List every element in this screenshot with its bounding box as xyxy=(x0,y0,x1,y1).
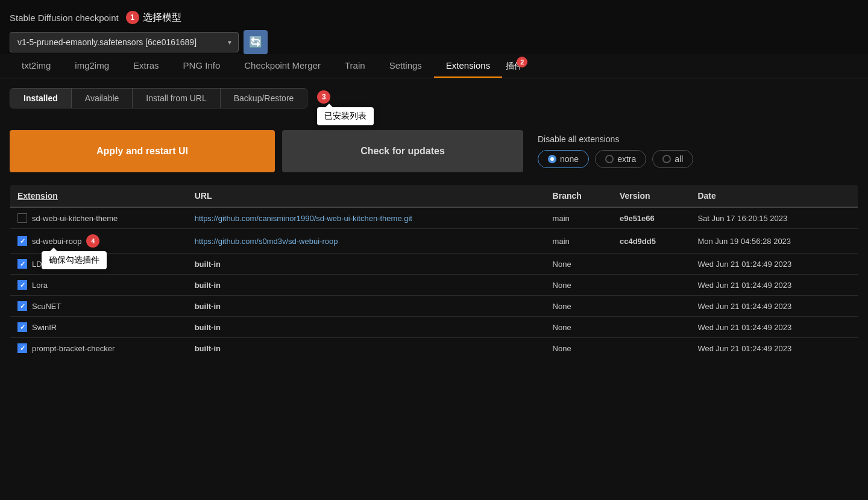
ext-date-cell: Wed Jun 21 01:24:49 2023 xyxy=(690,254,858,275)
ext-url-text: built-in xyxy=(195,260,221,269)
row-annotation-popup: 确保勾选插件 xyxy=(42,251,107,269)
ext-url-cell: https://github.com/canisminor1990/sd-web… xyxy=(187,207,546,229)
ext-name-cell: SwinIR xyxy=(10,317,187,338)
ext-name-cell: prompt-bracket-checker xyxy=(10,338,187,359)
badge-2-circle: 2 xyxy=(517,57,527,67)
ext-name: Lora xyxy=(32,281,48,290)
tab-settings[interactable]: Settings xyxy=(377,54,434,78)
actions-row: Apply and restart UI Check for updates D… xyxy=(10,130,858,172)
model-select[interactable]: v1-5-pruned-emaonly.safetensors [6ce0161… xyxy=(10,32,239,52)
ext-name: ScuNET xyxy=(32,302,61,311)
badge-3-popup: 已安装列表 xyxy=(317,107,374,125)
main-tabs-bar: txt2img img2img Extras PNG Info Checkpoi… xyxy=(0,54,868,78)
ext-date-cell: Wed Jun 21 01:24:49 2023 xyxy=(690,338,858,359)
ext-name: SwinIR xyxy=(32,323,57,332)
ext-url-cell: https://github.com/s0md3v/sd-webui-roop xyxy=(187,229,546,254)
table-row: LDSRbuilt-inNoneWed Jun 21 01:24:49 2023 xyxy=(10,254,858,275)
tab-extensions[interactable]: Extensions xyxy=(434,54,502,78)
ext-url-cell: built-in xyxy=(187,275,546,296)
badge-3-circle: 3 xyxy=(317,90,330,104)
radio-none-label: none xyxy=(560,154,579,164)
sub-tab-installed[interactable]: Installed xyxy=(10,89,72,108)
ext-version-cell xyxy=(612,254,690,275)
radio-extra-dot xyxy=(605,155,614,163)
refresh-model-button[interactable]: 🔄 xyxy=(244,30,268,54)
ext-name: sd-webui-roop xyxy=(32,237,81,246)
sub-tabs: Installed Available Install from URL Bac… xyxy=(10,88,307,108)
tab-checkpoint-merger[interactable]: Checkpoint Merger xyxy=(232,54,333,78)
apply-restart-button[interactable]: Apply and restart UI xyxy=(10,130,275,172)
ext-url-link[interactable]: https://github.com/canisminor1990/sd-web… xyxy=(195,214,412,223)
ext-version-cell xyxy=(612,296,690,317)
ext-branch-cell: None xyxy=(546,338,612,359)
ext-version-cell: e9e51e66 xyxy=(612,207,690,229)
col-url: URL xyxy=(187,185,546,208)
ext-checkbox[interactable] xyxy=(17,301,27,311)
ext-url-text: built-in xyxy=(195,302,221,311)
disable-all-label: Disable all extensions xyxy=(538,134,693,144)
ext-name-cell: Lora xyxy=(10,275,187,296)
ext-date-cell: Wed Jun 21 01:24:49 2023 xyxy=(690,296,858,317)
ext-version-cell xyxy=(612,338,690,359)
ext-url-text: built-in xyxy=(195,344,221,353)
col-extension: Extension xyxy=(10,185,187,208)
ext-branch-cell: main xyxy=(546,207,612,229)
table-row: ScuNETbuilt-inNoneWed Jun 21 01:24:49 20… xyxy=(10,296,858,317)
tab-extras[interactable]: Extras xyxy=(121,54,171,78)
model-checkpoint-label: Stable Diffusion checkpoint xyxy=(10,13,119,23)
badge-1: 1 xyxy=(126,11,139,24)
table-row: sd-web-ui-kitchen-themehttps://github.co… xyxy=(10,207,858,229)
ext-checkbox[interactable] xyxy=(17,236,27,246)
ext-name-cell: ScuNET xyxy=(10,296,187,317)
radio-none[interactable]: none xyxy=(538,150,589,168)
tab-txt2img[interactable]: txt2img xyxy=(10,54,63,78)
col-branch: Branch xyxy=(546,185,612,208)
sub-tab-available[interactable]: Available xyxy=(72,89,133,108)
table-row: sd-webui-roop4确保勾选插件https://github.com/s… xyxy=(10,229,858,254)
ext-date-cell: Wed Jun 21 01:24:49 2023 xyxy=(690,317,858,338)
ext-url-text: built-in xyxy=(195,323,221,332)
model-select-row: v1-5-pruned-emaonly.safetensors [6ce0161… xyxy=(10,30,858,54)
ext-date-cell: Wed Jun 21 01:24:49 2023 xyxy=(690,275,858,296)
check-updates-button[interactable]: Check for updates xyxy=(282,130,523,172)
tab-train[interactable]: Train xyxy=(333,54,377,78)
radio-none-dot xyxy=(548,155,556,163)
ext-url-cell: built-in xyxy=(187,254,546,275)
table-row: SwinIRbuilt-inNoneWed Jun 21 01:24:49 20… xyxy=(10,317,858,338)
ext-url-link[interactable]: https://github.com/s0md3v/sd-webui-roop xyxy=(195,237,338,246)
sub-tab-backup-restore[interactable]: Backup/Restore xyxy=(221,89,307,108)
ext-name-cell: sd-web-ui-kitchen-theme xyxy=(10,207,187,229)
disable-extensions-section: Disable all extensions none extra all xyxy=(538,134,693,168)
radio-all[interactable]: all xyxy=(652,150,693,168)
row-badge-circle: 4 xyxy=(86,234,99,248)
ext-branch-cell: main xyxy=(546,229,612,254)
ext-checkbox[interactable] xyxy=(17,280,27,290)
ext-branch-cell: None xyxy=(546,275,612,296)
radio-all-label: all xyxy=(675,154,683,164)
ext-checkbox[interactable] xyxy=(17,343,27,353)
ext-name: sd-web-ui-kitchen-theme xyxy=(32,214,118,223)
main-content: Installed Available Install from URL Bac… xyxy=(0,78,868,500)
table-row: Lorabuilt-inNoneWed Jun 21 01:24:49 2023 xyxy=(10,275,858,296)
radio-all-dot xyxy=(662,155,671,163)
model-header-row: Stable Diffusion checkpoint 1 选择模型 xyxy=(10,6,858,27)
ext-url-cell: built-in xyxy=(187,338,546,359)
radio-extra[interactable]: extra xyxy=(595,150,646,168)
col-version: Version xyxy=(612,185,690,208)
tab-img2img[interactable]: img2img xyxy=(63,54,121,78)
ext-branch-cell: None xyxy=(546,317,612,338)
ext-checkbox[interactable] xyxy=(17,213,27,223)
ext-checkbox[interactable] xyxy=(17,259,27,269)
ext-name-cell: sd-webui-roop4确保勾选插件 xyxy=(10,229,187,254)
extensions-table: Extension URL Branch Version Date sd-web… xyxy=(10,184,858,359)
tab-png-info[interactable]: PNG Info xyxy=(171,54,233,78)
ext-version-cell: cc4d9dd5 xyxy=(612,229,690,254)
radio-extra-label: extra xyxy=(617,154,636,164)
ext-date-cell: Sat Jun 17 16:20:15 2023 xyxy=(690,207,858,229)
ext-checkbox[interactable] xyxy=(17,322,27,332)
ext-url-cell: built-in xyxy=(187,296,546,317)
refresh-icon: 🔄 xyxy=(249,36,262,49)
ext-url-text: built-in xyxy=(195,281,221,290)
ext-branch-cell: None xyxy=(546,296,612,317)
sub-tab-install-from-url[interactable]: Install from URL xyxy=(133,89,220,108)
